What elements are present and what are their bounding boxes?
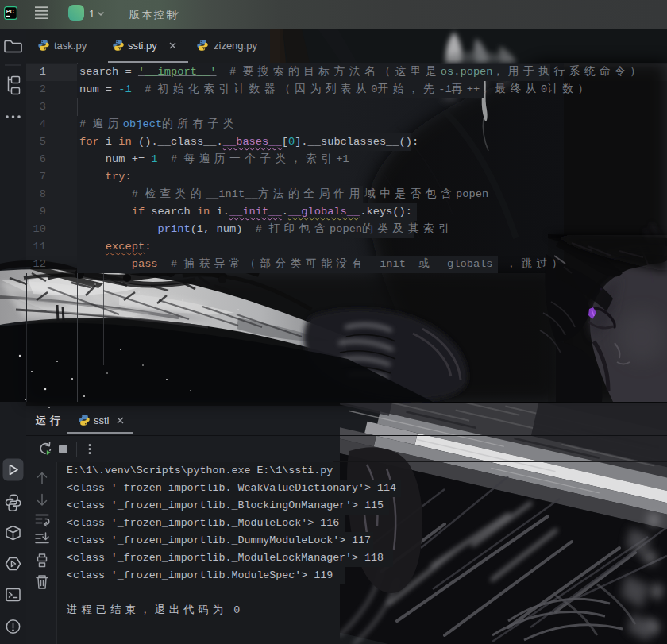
svg-text:PC: PC [6, 8, 14, 15]
